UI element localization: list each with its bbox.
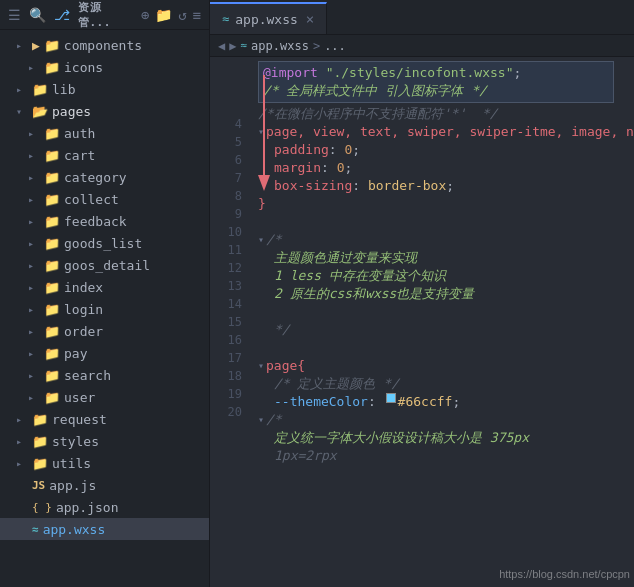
chevron-icon	[16, 106, 32, 117]
code-line-19: --themeColor: #66ccff;	[258, 393, 634, 411]
collapse-icon[interactable]: ≡	[193, 7, 201, 23]
code-line-9: }	[258, 195, 634, 213]
nav-forward-icon[interactable]: ▶	[229, 39, 236, 53]
fold-icon[interactable]: ▾	[258, 411, 264, 429]
chevron-icon	[16, 414, 32, 425]
fold-icon[interactable]: ▾	[258, 123, 264, 141]
tree-item-icons[interactable]: 📁 icons	[0, 56, 209, 78]
fold-icon[interactable]: ▾	[258, 231, 264, 249]
sidebar-actions: ⊕ 📁 ↺ ≡	[141, 7, 201, 23]
tree-item-app-wxss[interactable]: ≈ app.wxss	[0, 518, 209, 540]
item-label: lib	[52, 82, 75, 97]
tree-item-feedback[interactable]: 📁 feedback	[0, 210, 209, 232]
breadcrumb-more: ...	[324, 39, 346, 53]
chevron-icon	[28, 260, 44, 271]
tree-item-request[interactable]: 📁 request	[0, 408, 209, 430]
code-editor-content[interactable]: @import "./styles/incofont.wxss"; /* 全局样…	[250, 57, 634, 587]
tree-item-goods-list[interactable]: 📁 goods_list	[0, 232, 209, 254]
tab-close-icon[interactable]: ×	[306, 11, 314, 27]
chevron-icon	[28, 370, 44, 381]
branch-icon[interactable]: ⎇	[54, 7, 70, 23]
item-label: components	[64, 38, 142, 53]
tab-bar: ≈ app.wxss ×	[210, 0, 634, 35]
code-line-11: ▾ /*	[258, 231, 634, 249]
tree-item-styles[interactable]: 📁 styles	[0, 430, 209, 452]
nav-back-icon[interactable]: ◀	[218, 39, 225, 53]
chevron-icon	[28, 282, 44, 293]
code-line-10	[258, 213, 634, 231]
code-line-17	[258, 339, 634, 357]
item-label: pay	[64, 346, 87, 361]
tree-item-lib[interactable]: 📁 lib	[0, 78, 209, 100]
code-line-18: /* 定义主题颜色 */	[258, 375, 634, 393]
item-label: icons	[64, 60, 103, 75]
chevron-icon	[28, 304, 44, 315]
folder-icon: ▶	[32, 38, 40, 53]
code-line-7: margin: 0;	[258, 159, 634, 177]
item-label: category	[64, 170, 127, 185]
color-swatch	[386, 393, 396, 403]
chevron-icon	[28, 392, 44, 403]
tree-item-cart[interactable]: 📁 cart	[0, 144, 209, 166]
chevron-icon	[28, 62, 44, 73]
item-label: cart	[64, 148, 95, 163]
tree-item-app-json[interactable]: { } app.json	[0, 496, 209, 518]
editor-breadcrumb-bar: ◀ ▶ ≈ app.wxss > ...	[210, 35, 634, 57]
tree-item-index[interactable]: 📁 index	[0, 276, 209, 298]
tree-item-order[interactable]: 📁 order	[0, 320, 209, 342]
editor: ≈ app.wxss × ◀ ▶ ≈ app.wxss > ... 4 5 6 …	[210, 0, 634, 587]
tab-label: app.wxss	[235, 12, 298, 27]
import-block: @import "./styles/incofont.wxss"; /* 全局样…	[258, 61, 614, 103]
refresh-icon[interactable]: ↺	[178, 7, 186, 23]
fold-icon[interactable]: ▾	[258, 357, 264, 375]
tree-item-login[interactable]: 📁 login	[0, 298, 209, 320]
item-label: app.json	[56, 500, 119, 515]
tab-app-wxss[interactable]: ≈ app.wxss ×	[210, 2, 327, 34]
item-label: goos_detail	[64, 258, 150, 273]
breadcrumb-file-icon: ≈	[240, 39, 247, 52]
tree-item-auth[interactable]: 📁 auth	[0, 122, 209, 144]
sidebar-toolbar: ☰ 🔍 ⎇ 资源管... ⊕ 📁 ↺ ≡	[0, 0, 209, 30]
chevron-icon	[28, 194, 44, 205]
tree-item-user[interactable]: 📁 user	[0, 386, 209, 408]
chevron-icon	[28, 150, 44, 161]
tree-item-category[interactable]: 📁 category	[0, 166, 209, 188]
tree-item-collect[interactable]: 📁 collect	[0, 188, 209, 210]
watermark: https://blog.csdn.net/cpcpn	[499, 565, 630, 583]
code-line-14: 2 原生的css和wxss也是支持变量	[258, 285, 634, 303]
code-line-5: ▾ page, view, text, swiper, swiper-itme,…	[258, 123, 634, 141]
code-line-8: box-sizing: border-box;	[258, 177, 634, 195]
chevron-icon	[28, 326, 44, 337]
new-folder-icon[interactable]: 📁	[155, 7, 172, 23]
item-label: goods_list	[64, 236, 142, 251]
code-line-15	[258, 303, 634, 321]
new-file-icon[interactable]: ⊕	[141, 7, 149, 23]
breadcrumb-separator: >	[313, 39, 320, 53]
tab-file-icon: ≈	[222, 12, 229, 26]
item-label: collect	[64, 192, 119, 207]
chevron-icon	[16, 458, 32, 469]
item-label: index	[64, 280, 103, 295]
tree-item-app-js[interactable]: JS app.js	[0, 474, 209, 496]
hamburger-icon[interactable]: ☰	[8, 7, 21, 23]
item-label: auth	[64, 126, 95, 141]
chevron-icon	[28, 238, 44, 249]
code-line-6: padding: 0;	[258, 141, 634, 159]
code-line-17b: ▾ page{	[258, 357, 634, 375]
tree-item-pages[interactable]: 📂 pages	[0, 100, 209, 122]
code-line-import-comment: /* 全局样式文件中 引入图标字体 */	[263, 82, 609, 100]
item-label: order	[64, 324, 103, 339]
item-label: user	[64, 390, 95, 405]
tree-item-goos-detail[interactable]: 📁 goos_detail	[0, 254, 209, 276]
tree-item-utils[interactable]: 📁 utils	[0, 452, 209, 474]
tree-item-components[interactable]: ▶ 📁 components	[0, 34, 209, 56]
item-label: styles	[52, 434, 99, 449]
tree-item-search[interactable]: 📁 search	[0, 364, 209, 386]
tree-item-pay[interactable]: 📁 pay	[0, 342, 209, 364]
breadcrumb-filename: app.wxss	[251, 39, 309, 53]
item-label: request	[52, 412, 107, 427]
item-label: pages	[52, 104, 91, 119]
chevron-icon	[16, 40, 32, 51]
item-label: feedback	[64, 214, 127, 229]
search-icon[interactable]: 🔍	[29, 7, 46, 23]
